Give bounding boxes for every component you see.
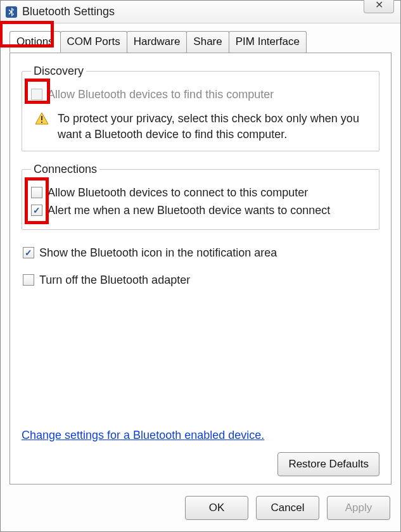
- allow-connect-label: Allow Bluetooth devices to connect to th…: [48, 185, 308, 200]
- tab-content-options: Discovery Allow Bluetooth devices to fin…: [10, 53, 391, 484]
- close-button[interactable]: ✕: [364, 0, 394, 13]
- window-title: Bluetooth Settings: [22, 5, 115, 18]
- warning-icon: [35, 112, 49, 125]
- alert-new-checkbox[interactable]: [31, 205, 42, 216]
- close-icon: ✕: [375, 0, 383, 11]
- bluetooth-settings-window: Bluetooth Settings ✕ Options COM Ports H…: [0, 0, 401, 532]
- tab-share[interactable]: Share: [186, 31, 229, 53]
- tab-hardware[interactable]: Hardware: [127, 31, 188, 53]
- show-icon-label: Show the Bluetooth icon in the notificat…: [39, 245, 277, 260]
- svg-rect-0: [41, 116, 42, 120]
- restore-defaults-button[interactable]: Restore Defaults: [277, 452, 379, 476]
- bluetooth-icon: [6, 6, 17, 18]
- allow-find-checkbox[interactable]: [31, 89, 42, 100]
- extras-group: Show the Bluetooth icon in the notificat…: [23, 241, 379, 299]
- tab-pim-interface[interactable]: PIM Interface: [229, 31, 307, 53]
- titlebar: Bluetooth Settings ✕: [1, 1, 400, 23]
- allow-find-label: Allow Bluetooth devices to find this com…: [48, 87, 274, 102]
- tab-com-ports[interactable]: COM Ports: [60, 31, 127, 53]
- turn-off-label: Turn off the Bluetooth adapter: [39, 272, 190, 288]
- change-settings-link[interactable]: Change settings for a Bluetooth enabled …: [22, 429, 379, 442]
- svg-rect-1: [41, 122, 42, 123]
- discovery-legend: Discovery: [31, 65, 86, 78]
- dialog-footer: OK Cancel Apply: [1, 491, 400, 531]
- tab-options[interactable]: Options: [10, 31, 61, 53]
- alert-new-label: Alert me when a new Bluetooth device wan…: [48, 203, 330, 218]
- turn-off-checkbox[interactable]: [23, 274, 34, 286]
- discovery-group: Discovery Allow Bluetooth devices to fin…: [22, 65, 379, 151]
- allow-connect-checkbox[interactable]: [31, 187, 42, 198]
- connections-legend: Connections: [31, 163, 99, 176]
- show-icon-checkbox[interactable]: [23, 247, 34, 258]
- apply-button[interactable]: Apply: [327, 496, 390, 520]
- discovery-warning-text: To protect your privacy, select this che…: [58, 111, 370, 142]
- cancel-button[interactable]: Cancel: [256, 496, 319, 520]
- connections-group: Connections Allow Bluetooth devices to c…: [22, 163, 379, 231]
- tab-bar: Options COM Ports Hardware Share PIM Int…: [1, 23, 400, 53]
- ok-button[interactable]: OK: [185, 496, 248, 520]
